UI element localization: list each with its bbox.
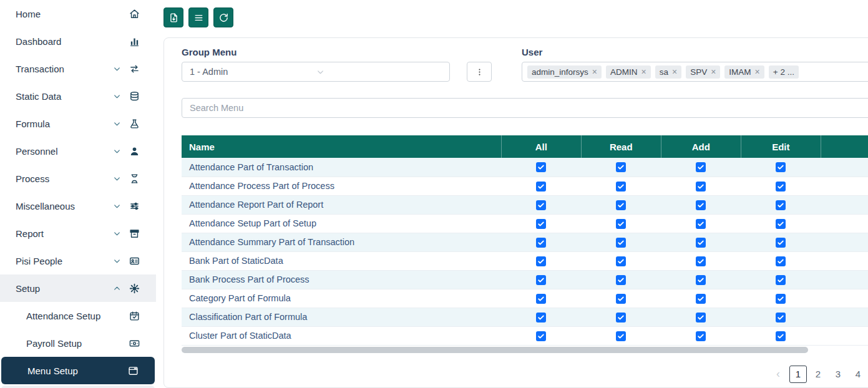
checkbox-edit-checked[interactable] (776, 182, 786, 192)
sidebar-item-formula[interactable]: Formula (0, 110, 156, 137)
more-options-button[interactable] (467, 62, 492, 82)
sidebar-item-report[interactable]: Report (0, 220, 156, 247)
sidebar-item-label: Process (16, 173, 113, 184)
table-row: Classification Part of Formula (182, 308, 868, 326)
chip-remove-icon[interactable]: × (641, 67, 646, 76)
group-menu-select[interactable]: 1 - Admin (182, 62, 450, 82)
sidebar-item-home[interactable]: Home (0, 0, 156, 27)
sidebar-item-label: Home (16, 9, 129, 19)
scrollbar-thumb[interactable] (182, 347, 808, 353)
id-card-icon (129, 256, 140, 266)
sidebar-item-menu-setup[interactable]: Menu Setup (1, 357, 155, 384)
checkbox-read-checked[interactable] (616, 238, 626, 248)
checkbox-add-checked[interactable] (696, 331, 706, 341)
checkbox-edit-checked[interactable] (776, 238, 786, 248)
sidebar-item-process[interactable]: Process (0, 165, 156, 192)
checkbox-edit-checked[interactable] (776, 294, 786, 304)
checkbox-read-checked[interactable] (616, 162, 626, 172)
checkbox-add-checked[interactable] (696, 238, 706, 248)
checkbox-all-checked[interactable] (536, 275, 546, 285)
sidebar-item-transaction[interactable]: Transaction (0, 55, 156, 82)
permission-cell-add (661, 270, 741, 289)
checkbox-all-checked[interactable] (536, 331, 546, 341)
checkbox-add-checked[interactable] (696, 200, 706, 210)
clipped-cell (821, 270, 868, 289)
column-header-edit: Edit (741, 135, 821, 158)
chip-remove-icon[interactable]: × (755, 67, 760, 76)
permission-cell-all (501, 214, 581, 233)
checkbox-read-checked[interactable] (616, 331, 626, 341)
pagination-page-3[interactable]: 3 (829, 366, 847, 383)
clipped-cell (821, 326, 868, 345)
checkbox-edit-checked[interactable] (776, 275, 786, 285)
checkbox-edit-checked[interactable] (776, 162, 786, 172)
checkbox-read-checked[interactable] (616, 219, 626, 229)
checkbox-edit-checked[interactable] (776, 200, 786, 210)
checkbox-all-checked[interactable] (536, 162, 546, 172)
checkbox-edit-checked[interactable] (776, 219, 786, 229)
toolbar (163, 7, 868, 27)
checkbox-add-checked[interactable] (696, 219, 706, 229)
sidebar-item-attendance-setup[interactable]: Attendance Setup (0, 302, 156, 329)
group-menu-control: Group Menu 1 - Admin (182, 47, 450, 82)
permission-cell-edit (741, 177, 821, 195)
clipped-cell (821, 251, 868, 270)
sidebar-item-label: Setup (16, 283, 113, 294)
pagination-page-1[interactable]: 1 (789, 366, 807, 383)
pagination-page-2[interactable]: 2 (809, 366, 827, 383)
list-button[interactable] (188, 7, 208, 27)
sidebar-item-pisi-people[interactable]: Pisi People (0, 247, 156, 274)
permission-cell-read (581, 308, 661, 326)
checkbox-add-checked[interactable] (696, 294, 706, 304)
sidebar-item-static-data[interactable]: Static Data (0, 82, 156, 110)
sidebar-item-setup[interactable]: Setup (0, 274, 156, 302)
export-file-button[interactable] (163, 7, 183, 27)
user-tags-overflow-chip[interactable]: + 2 ... (769, 65, 799, 79)
chevron-down-icon (316, 68, 443, 76)
checkbox-edit-checked[interactable] (776, 331, 786, 341)
checkbox-read-checked[interactable] (616, 256, 626, 266)
refresh-button[interactable] (213, 7, 233, 27)
checkbox-read-checked[interactable] (616, 275, 626, 285)
checkbox-all-checked[interactable] (536, 294, 546, 304)
checkbox-read-checked[interactable] (616, 200, 626, 210)
pagination-page-4[interactable]: 4 (849, 366, 867, 383)
checkbox-all-checked[interactable] (536, 256, 546, 266)
checkbox-add-checked[interactable] (696, 182, 706, 192)
pagination: ‹1234567› (182, 366, 868, 383)
chip-remove-icon[interactable]: × (672, 67, 677, 76)
sidebar-item-dashboard[interactable]: Dashboard (0, 27, 156, 55)
clipped-cell (821, 308, 868, 326)
checkbox-all-checked[interactable] (536, 313, 546, 323)
menu-table: NameAllReadAddEditAttendance Part of Tra… (182, 135, 868, 346)
column-header-read: Read (581, 135, 661, 158)
checkbox-read-checked[interactable] (616, 182, 626, 192)
checkbox-all-checked[interactable] (536, 238, 546, 248)
checkbox-all-checked[interactable] (536, 200, 546, 210)
permission-cell-add (661, 308, 741, 326)
checkbox-all-checked[interactable] (536, 219, 546, 229)
sidebar-item-miscellaneous[interactable]: Miscellaneous (0, 192, 156, 220)
horizontal-scrollbar[interactable] (182, 347, 868, 353)
sidebar-item-personnel[interactable]: Personnel (0, 137, 156, 165)
permission-cell-add (661, 195, 741, 214)
search-menu-input[interactable] (182, 98, 868, 118)
checkbox-edit-checked[interactable] (776, 256, 786, 266)
permission-cell-all (501, 251, 581, 270)
table-row: Bank Process Part of Process (182, 270, 868, 289)
chip-remove-icon[interactable]: × (592, 67, 597, 76)
checkbox-add-checked[interactable] (696, 275, 706, 285)
chip-label: SPV (690, 67, 707, 77)
permission-cell-all (501, 308, 581, 326)
checkbox-add-checked[interactable] (696, 162, 706, 172)
checkbox-edit-checked[interactable] (776, 313, 786, 323)
checkbox-all-checked[interactable] (536, 182, 546, 192)
user-tags-input[interactable]: admin_inforsys×ADMIN×sa×SPV×IMAM×+ 2 ... (522, 62, 868, 82)
pagination-prev-icon[interactable]: ‹ (769, 366, 787, 383)
checkbox-read-checked[interactable] (616, 294, 626, 304)
checkbox-add-checked[interactable] (696, 313, 706, 323)
sidebar-item-payroll-setup[interactable]: Payroll Setup (0, 329, 156, 357)
checkbox-add-checked[interactable] (696, 256, 706, 266)
checkbox-read-checked[interactable] (616, 313, 626, 323)
chip-remove-icon[interactable]: × (711, 67, 716, 76)
